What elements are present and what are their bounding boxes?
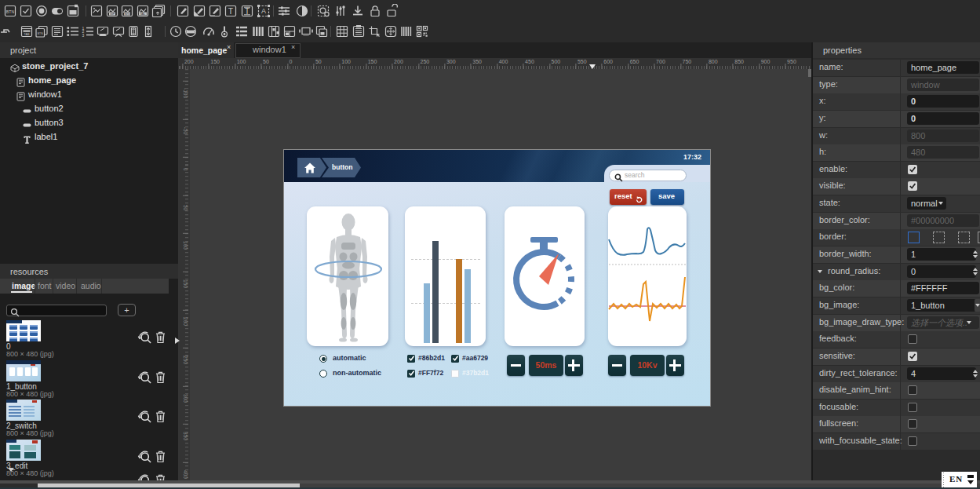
svg-text:T: T (228, 6, 234, 16)
svg-text:TAB: TAB (24, 33, 30, 36)
svg-text:A: A (260, 7, 265, 15)
svg-text:BTN: BTN (38, 32, 43, 35)
svg-text:GIF: GIF (110, 13, 115, 16)
svg-text:SVG: SVG (124, 13, 130, 16)
svg-text:3: 3 (82, 33, 85, 38)
svg-text:T: T (244, 6, 250, 16)
svg-text:VAL: VAL (140, 13, 145, 16)
svg-text:BTN: BTN (6, 9, 15, 14)
